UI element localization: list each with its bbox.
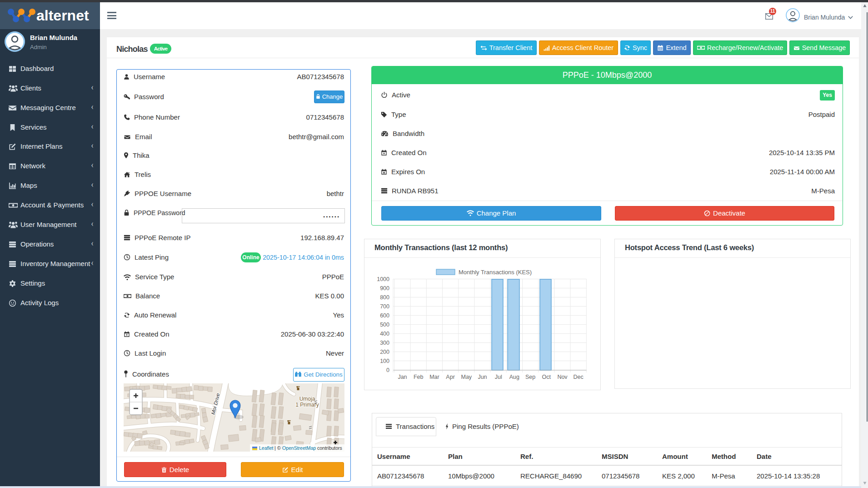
svg-text:Jul: Jul (495, 374, 502, 380)
svg-text:Aug: Aug (509, 374, 519, 380)
svg-text:300: 300 (380, 340, 389, 346)
svg-text:200: 200 (380, 349, 389, 355)
svg-text:Leaflet: Leaflet (259, 445, 274, 451)
svg-text:OpenStreetMap: OpenStreetMap (282, 445, 316, 451)
svg-text:0: 0 (386, 367, 389, 373)
svg-text:600: 600 (380, 312, 389, 319)
svg-text:Oct: Oct (542, 374, 551, 380)
svg-text:Jun: Jun (478, 374, 487, 380)
svg-text:May: May (461, 374, 472, 380)
svg-text:1 Primary: 1 Primary (295, 402, 319, 408)
svg-text:Mar: Mar (429, 374, 439, 380)
svg-text:1000: 1000 (377, 276, 389, 282)
svg-text:Apr: Apr (446, 374, 454, 380)
svg-text:800: 800 (380, 294, 389, 301)
svg-text:Monthly Transactions (KES): Monthly Transactions (KES) (459, 269, 532, 276)
svg-text:700: 700 (380, 303, 389, 310)
svg-text:Dec: Dec (574, 374, 584, 380)
svg-text:100: 100 (380, 358, 389, 364)
svg-text:Jan: Jan (398, 374, 407, 380)
svg-text:Nov: Nov (557, 374, 568, 380)
svg-text:Feb: Feb (414, 374, 424, 380)
svg-text:900: 900 (380, 285, 389, 292)
svg-text:500: 500 (380, 322, 389, 328)
svg-text:Umoja: Umoja (299, 396, 315, 402)
svg-text:contributors: contributors (317, 445, 342, 451)
svg-text:| ©: | © (274, 445, 281, 451)
svg-text:400: 400 (380, 331, 389, 337)
svg-text:Sep: Sep (525, 374, 535, 380)
